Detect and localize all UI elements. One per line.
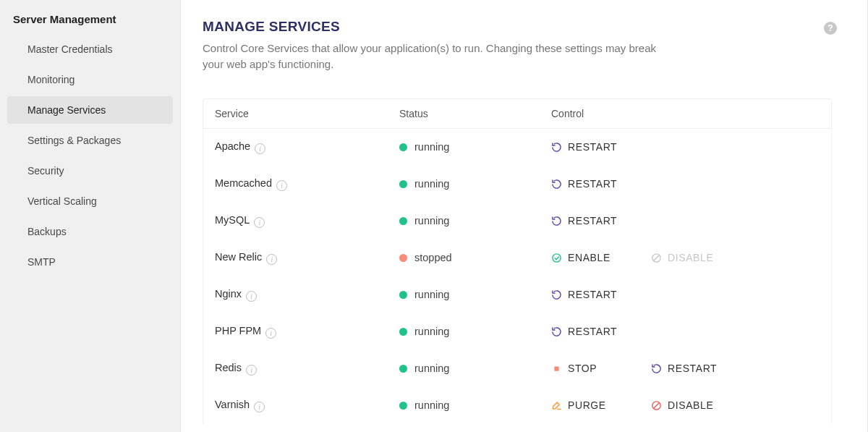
status-dot-icon [399,143,407,151]
control-label: PURGE [568,399,606,411]
service-status: stopped [399,252,551,263]
restart-button[interactable]: RESTART [551,141,631,153]
purge-button[interactable]: PURGE [551,399,631,411]
restart-button[interactable]: RESTART [651,363,731,374]
svg-rect-3 [554,366,558,370]
control-label: ENABLE [568,252,610,263]
sidebar: Server Management Master CredentialsMoni… [0,0,181,432]
status-dot-icon [399,217,407,225]
control-label: STOP [568,363,597,374]
status-label: running [414,363,449,374]
restart-icon [551,216,562,226]
service-status: running [399,141,551,153]
table-row: NginxirunningRESTART [203,276,832,313]
table-row: MySQLirunningRESTART [203,203,832,240]
service-name: Nginx [215,288,242,300]
sidebar-item-smtp[interactable]: SMTP [7,248,173,276]
disable-button[interactable]: DISABLE [651,399,731,411]
status-dot-icon [399,291,407,299]
table-row: MemcachedirunningRESTART [203,166,832,203]
restart-button[interactable]: RESTART [551,289,631,300]
control-label: DISABLE [668,399,713,411]
control-label: RESTART [568,326,617,337]
enable-icon [551,253,562,263]
info-icon[interactable]: i [254,217,265,228]
col-header-status: Status [399,108,551,119]
table-row: New RelicistoppedENABLEDISABLE [203,240,832,276]
service-name: Memcached [215,177,272,189]
help-icon[interactable]: ? [824,22,837,35]
service-name: New Relic [215,251,262,263]
status-dot-icon [399,328,407,336]
info-icon[interactable]: i [255,143,265,154]
service-status: running [399,289,551,300]
control-label: RESTART [668,363,717,374]
status-label: running [414,399,449,411]
status-label: running [414,215,449,226]
sidebar-title: Server Management [0,9,180,35]
status-label: running [414,326,449,337]
table-row: PHP FPMirunningRESTART [203,313,832,350]
status-label: running [414,289,449,300]
restart-button[interactable]: RESTART [551,178,631,190]
disable-icon [651,253,662,263]
service-name: MySQL [215,214,250,226]
main-panel: ? MANAGE SERVICES Control Core Services … [181,0,868,432]
sidebar-item-backups[interactable]: Backups [7,218,173,245]
control-label: RESTART [568,141,617,153]
status-label: stopped [414,252,452,263]
restart-icon [651,363,662,374]
purge-icon [551,400,562,411]
service-status: running [399,178,551,190]
svg-line-2 [654,255,660,261]
stop-button[interactable]: STOP [551,363,631,374]
info-icon[interactable]: i [254,402,265,412]
info-icon[interactable]: i [246,291,257,302]
table-row: ApacheirunningRESTART [203,129,832,166]
restart-icon [551,289,562,300]
sidebar-item-settings-packages[interactable]: Settings & Packages [7,127,173,154]
control-label: RESTART [568,289,617,300]
restart-icon [551,179,562,190]
sidebar-item-manage-services[interactable]: Manage Services [7,96,173,124]
sidebar-item-master-credentials[interactable]: Master Credentials [7,35,173,63]
sidebar-item-monitoring[interactable]: Monitoring [7,66,173,93]
restart-button[interactable]: RESTART [551,215,631,226]
status-label: running [414,141,449,153]
svg-point-0 [553,253,561,261]
service-status: running [399,399,551,411]
status-dot-icon [399,254,407,262]
stop-icon [551,363,562,374]
restart-icon [551,142,562,153]
table-row: RedisirunningSTOPRESTART [203,350,832,387]
svg-line-6 [654,402,660,408]
status-label: running [414,178,449,190]
sidebar-item-vertical-scaling[interactable]: Vertical Scaling [7,187,173,215]
table-header: Service Status Control [203,98,832,129]
service-name: Varnish [215,399,250,410]
col-header-service: Service [215,108,399,119]
restart-button[interactable]: RESTART [551,326,631,337]
enable-button[interactable]: ENABLE [551,252,631,263]
status-dot-icon [399,180,407,188]
service-name: Apache [215,140,250,152]
sidebar-item-security[interactable]: Security [7,157,173,185]
info-icon[interactable]: i [246,365,257,376]
status-dot-icon [399,365,407,373]
page-title: MANAGE SERVICES [203,19,846,35]
info-icon[interactable]: i [265,328,276,339]
service-name: Redis [215,362,242,373]
restart-icon [551,326,562,337]
status-dot-icon [399,402,407,410]
service-name: PHP FPM [215,325,261,336]
control-label: RESTART [568,178,617,190]
page-description: Control Core Services that allow your ap… [203,41,658,72]
service-status: running [399,326,551,337]
info-icon[interactable]: i [276,180,287,191]
info-icon[interactable]: i [266,254,277,265]
control-label: RESTART [568,215,617,226]
disable-button: DISABLE [651,252,731,263]
control-label: DISABLE [668,252,713,263]
col-header-control: Control [551,108,820,119]
service-status: running [399,215,551,226]
